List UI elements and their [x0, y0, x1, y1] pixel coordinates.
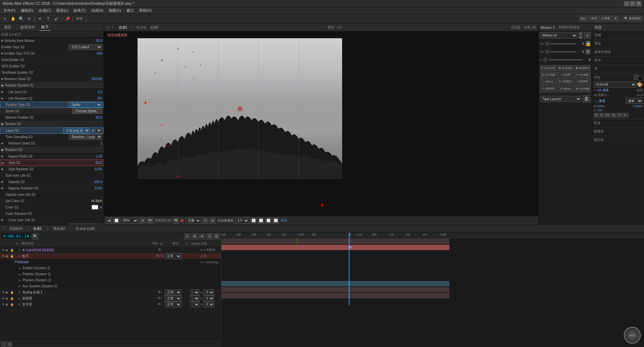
- brush-tool[interactable]: 🖌: [53, 15, 60, 22]
- layer-row-aux-sys2[interactable]: ▶ Aux System (System 2): [0, 283, 221, 289]
- layer-row-particle-sys2[interactable]: ▶ Particle (System 2): [0, 271, 221, 277]
- slider2-circle[interactable]: [545, 50, 549, 54]
- property-random-seed-1[interactable]: ▶ Random Seed S2 100100: [0, 76, 104, 82]
- property-opacity-random[interactable]: ▶ Opacity Random S2 0.0%: [0, 185, 104, 191]
- property-size-random[interactable]: ▶ Size Random S2 0.0%: [0, 166, 104, 172]
- blend-button[interactable]: ⊞ BLEND: [557, 65, 574, 71]
- hand-tool[interactable]: ✋: [9, 15, 17, 22]
- slider2-track[interactable]: [551, 51, 576, 52]
- rope-button[interactable]: ⌇ ROPE: [574, 78, 591, 84]
- layer3-solo[interactable]: ◉: [5, 291, 10, 294]
- layer4-parent-select[interactable]: 无: [204, 295, 214, 301]
- layer-row-3[interactable]: 👁 ◉ 🔒 3 鸟.png 合成 1 单/ 正常 无: [0, 289, 221, 295]
- add-layer-button[interactable]: +: [1, 342, 6, 347]
- unit-select[interactable]: 像素: [626, 98, 643, 104]
- viewport-option3[interactable]: ⬜: [265, 218, 271, 224]
- font-select[interactable]: 华文行楷: [594, 81, 636, 88]
- slider3-track[interactable]: [549, 59, 583, 60]
- viewport-grid[interactable]: ⊞: [140, 218, 146, 224]
- property-color[interactable]: Color S2 ≋: [0, 204, 104, 211]
- layer1-lock[interactable]: 🔒: [10, 248, 15, 252]
- tab-composition1[interactable]: 合成1: [116, 24, 130, 31]
- layer5-solo[interactable]: ◉: [5, 303, 10, 306]
- small-screen-workspace[interactable]: 小屏幕: [599, 16, 612, 21]
- timeline-option2[interactable]: ⊠: [192, 233, 198, 239]
- property-size[interactable]: ▶ Size S2 50.0: [0, 160, 104, 166]
- layer3-mode-select[interactable]: 正常: [165, 289, 181, 295]
- zoom-select[interactable]: 50% 100%: [121, 218, 138, 224]
- layer5-trkmat[interactable]: 无: [190, 301, 200, 307]
- motion-down-icon[interactable]: ▼: [579, 36, 583, 39]
- property-sphere-feather[interactable]: Sphere Feather S2 50.0: [0, 114, 104, 121]
- property-time-sampling[interactable]: Time Sampling S2 Random - Loop: [0, 134, 104, 140]
- viewport-ram-preview[interactable]: ⬜: [113, 218, 119, 224]
- search-help[interactable]: 🔍 搜索帮助: [623, 16, 643, 21]
- property-emitter-size-xyz[interactable]: ▶ Emitter Size XYZ S2 500: [0, 50, 104, 57]
- property-text-mask-emitter[interactable]: Text/Mask Emitter S2: [0, 69, 104, 76]
- quality-select[interactable]: 完整 一半: [185, 218, 201, 224]
- text-tool[interactable]: T: [45, 15, 52, 22]
- timeline-option3[interactable]: ⊞: [199, 233, 205, 239]
- text-color-bg[interactable]: [638, 76, 643, 81]
- minimize-button[interactable]: —: [624, 1, 629, 6]
- camera-select[interactable]: 1个: [235, 218, 249, 224]
- property-aspect-ratio[interactable]: ▶ Aspect Ratio S2 1.00: [0, 153, 104, 160]
- property-random-seed-2[interactable]: ▶ Random Seed S2 1: [0, 140, 104, 147]
- tt-button[interactable]: TT: [604, 113, 610, 118]
- layer2-mode-select[interactable]: 正常: [165, 253, 181, 259]
- bold-button[interactable]: T: [594, 113, 598, 118]
- menu-compose[interactable]: 合成(C): [37, 7, 53, 14]
- layer4-mode-select[interactable]: 正常: [165, 295, 181, 301]
- close-button[interactable]: ✕: [636, 1, 641, 6]
- warp-button[interactable]: 〜 WARP: [540, 85, 556, 92]
- tab-bird-comp1[interactable]: 鸟.png 合成1: [73, 226, 97, 231]
- tab-effects[interactable]: 效果控件: [18, 24, 37, 31]
- viewport-option2[interactable]: ⬜: [258, 218, 264, 224]
- particle-type-dropdown[interactable]: Sprite: [68, 102, 102, 108]
- search-timeline[interactable]: 🔍: [32, 233, 38, 239]
- layer5-eye[interactable]: 👁: [1, 303, 5, 306]
- name-button[interactable]: ✏ NAME: [574, 72, 591, 78]
- tab-particles[interactable]: 粒子: [39, 24, 51, 31]
- property-life-random[interactable]: ▶ Life Random S2 0%: [0, 95, 104, 102]
- tr-button[interactable]: Tr: [611, 113, 616, 118]
- layer-row-1[interactable]: 👁 ◉ 🔒 1 ★ LayerEmit [发射器] 单/ ⊙4.发射器: [0, 247, 221, 253]
- menu-window[interactable]: 窗口: [124, 7, 136, 14]
- layer4-lock[interactable]: 🔒: [10, 297, 15, 300]
- layer-row-5[interactable]: 👁 ◉ 🔒 5 文字层 单/ 正常 无: [0, 301, 221, 307]
- timeline-option5[interactable]: ⛓: [214, 233, 220, 239]
- default-workspace[interactable]: 默认: [579, 16, 589, 21]
- property-layer[interactable]: Layer S2 3 鸟.png 合✓ 源: [0, 127, 104, 134]
- tab-comp1[interactable]: 合成1: [31, 226, 44, 231]
- excite-button[interactable]: ✦ EXCITE: [540, 65, 556, 71]
- zoom-tool[interactable]: 🔍: [17, 15, 25, 22]
- color-swatch[interactable]: [92, 205, 98, 210]
- layer-source-dropdown[interactable]: [95, 128, 102, 133]
- property-sprite[interactable]: Sprite S2 Choose Sprite...: [0, 108, 104, 114]
- property-size-over-life[interactable]: Size over Life S2: [0, 172, 104, 179]
- standard-workspace[interactable]: 标准: [589, 16, 599, 21]
- property-life[interactable]: ▶ Life [sec] S2 3.0: [0, 89, 104, 95]
- layer5-lock[interactable]: 🔒: [10, 303, 15, 306]
- layer5-mode-select[interactable]: 正常: [165, 301, 181, 307]
- tab-precomp1[interactable]: 预合成1: [51, 226, 67, 231]
- slider2-icon[interactable]: ⬆: [585, 49, 591, 54]
- property-gr2-emitter[interactable]: GR2 Emitter S2: [0, 63, 104, 69]
- font-color-picker[interactable]: 🎨: [637, 82, 643, 87]
- puppet-tool[interactable]: 📌: [64, 15, 71, 22]
- pen-tool[interactable]: ✒: [37, 15, 44, 22]
- t-caps-button[interactable]: T↑: [623, 113, 629, 118]
- slider1-icon[interactable]: 🔒: [585, 41, 591, 46]
- menu-layer[interactable]: 图层(L): [54, 7, 70, 14]
- spin-button[interactable]: ↺ SPIN: [557, 85, 574, 92]
- slider3-circle[interactable]: [543, 58, 547, 62]
- clone-button[interactable]: ⊟ CLONE: [540, 72, 556, 78]
- property-set-color[interactable]: Set Color S2 At Birth: [0, 198, 104, 204]
- layer3-lock[interactable]: 🔒: [10, 291, 15, 294]
- layer-row-particular[interactable]: Particular ≡⊿ Licensing...: [0, 259, 221, 265]
- layer2-lock[interactable]: 🔒: [10, 254, 15, 258]
- choose-sprite-button[interactable]: Choose Sprite...: [72, 109, 102, 114]
- menu-view[interactable]: 视图(V): [107, 7, 123, 14]
- motion-version-select[interactable]: Motion v2: [540, 33, 577, 39]
- menu-edit[interactable]: 编辑(E): [19, 7, 35, 14]
